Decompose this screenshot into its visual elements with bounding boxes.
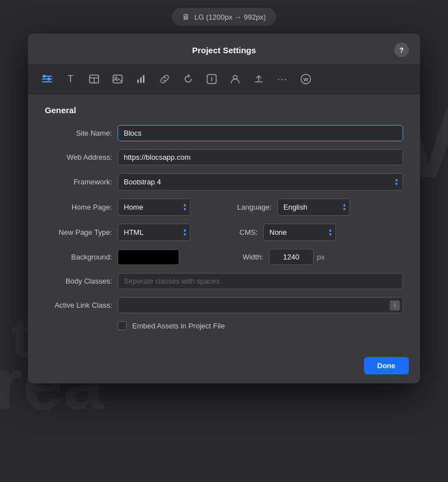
settings-toolbar: T <box>28 64 420 94</box>
modal-body: General Site Name: Web Address: Framewor… <box>28 94 420 355</box>
site-name-input[interactable] <box>118 125 403 141</box>
background-label: Background: <box>45 253 112 261</box>
background-color-picker[interactable] <box>118 249 179 265</box>
svg-rect-8 <box>113 75 122 83</box>
device-selector[interactable]: 🖥 LG (1200px → 992px) <box>172 8 276 26</box>
toolbar-upload-btn[interactable] <box>249 69 269 89</box>
embed-assets-row: Embed Assets in Project File <box>45 321 403 330</box>
svg-text:i: i <box>211 76 212 82</box>
toolbar-refresh-btn[interactable] <box>178 69 198 89</box>
toolbar-settings-btn[interactable] <box>37 69 57 89</box>
framework-row: Framework: Bootstrap 4 Bootstrap 3 ▲ ▼ <box>45 173 403 191</box>
device-label: LG (1200px → 992px) <box>194 13 266 21</box>
wordpress-icon: W <box>300 73 311 85</box>
toolbar-info-btn[interactable]: i <box>202 69 222 89</box>
done-button[interactable]: Done <box>364 357 409 374</box>
cms-label: CMS: <box>227 228 258 237</box>
active-link-class-input[interactable] <box>118 297 403 313</box>
site-name-row: Site Name: <box>45 125 403 141</box>
svg-rect-1 <box>42 78 52 80</box>
active-link-info-button[interactable]: i <box>390 300 400 310</box>
svg-rect-10 <box>137 80 139 83</box>
toolbar-user-btn[interactable] <box>225 69 245 89</box>
home-page-label: Home Page: <box>45 203 112 211</box>
info-icon-small: i <box>394 302 395 308</box>
site-name-label: Site Name: <box>45 129 112 137</box>
new-page-type-select-wrapper: HTML PHP ASP ▲ ▼ <box>118 224 190 241</box>
language-select-wrapper: English French German Spanish ▲ ▼ <box>277 198 350 216</box>
top-bar: 🖥 LG (1200px → 992px) <box>0 0 448 34</box>
body-classes-input[interactable] <box>118 273 403 289</box>
framework-select[interactable]: Bootstrap 4 Bootstrap 3 <box>118 173 403 191</box>
project-settings-modal: Project Settings ? T <box>28 34 420 383</box>
web-address-input[interactable] <box>118 149 403 165</box>
width-label: Width: <box>227 253 263 261</box>
web-address-row: Web Address: <box>45 149 403 165</box>
settings-icon <box>42 74 52 84</box>
image-icon <box>113 74 123 84</box>
new-page-type-select[interactable]: HTML PHP ASP <box>118 224 190 241</box>
px-label: px <box>317 253 325 261</box>
toolbar-link-btn[interactable] <box>155 69 175 89</box>
home-page-select[interactable]: Home About Contact <box>118 198 190 216</box>
framework-label: Framework: <box>45 178 112 186</box>
svg-rect-3 <box>43 75 45 78</box>
svg-text:W: W <box>304 77 309 82</box>
help-button[interactable]: ? <box>394 43 409 57</box>
svg-point-9 <box>115 77 117 79</box>
homepage-language-row: Home Page: Home About Contact ▲ ▼ Langua… <box>45 198 403 216</box>
modal-title: Project Settings <box>54 45 394 55</box>
new-page-type-label: New Page Type: <box>45 228 112 237</box>
active-link-input-wrapper: i <box>118 297 403 313</box>
home-page-select-wrapper: Home About Contact ▲ ▼ <box>118 198 190 216</box>
svg-rect-2 <box>42 81 52 82</box>
web-address-label: Web Address: <box>45 153 112 161</box>
pagetype-cms-row: New Page Type: HTML PHP ASP ▲ ▼ CMS: <box>45 224 403 241</box>
language-label: Language: <box>227 203 272 211</box>
link-icon <box>160 74 170 84</box>
monitor-icon: 🖥 <box>182 12 190 21</box>
svg-rect-4 <box>48 77 50 81</box>
framework-select-wrapper: Bootstrap 4 Bootstrap 3 ▲ ▼ <box>118 173 403 191</box>
embed-assets-checkbox[interactable] <box>118 321 127 330</box>
upload-icon <box>254 74 264 84</box>
text-icon: T <box>68 73 73 85</box>
cms-select[interactable]: None WordPress Ghost <box>263 224 336 241</box>
chart-icon <box>136 74 146 84</box>
toolbar-wp-btn[interactable]: W <box>296 69 316 89</box>
cms-select-wrapper: None WordPress Ghost ▲ ▼ <box>263 224 336 241</box>
toolbar-more-btn[interactable]: ··· <box>272 69 292 89</box>
layout-icon <box>89 74 99 84</box>
svg-rect-12 <box>143 75 144 83</box>
embed-assets-label: Embed Assets in Project File <box>132 322 225 330</box>
body-classes-label: Body Classes: <box>45 277 112 285</box>
body-classes-row: Body Classes: <box>45 273 403 289</box>
language-select[interactable]: English French German Spanish <box>277 198 350 216</box>
active-link-class-label: Active Link Class: <box>45 301 112 309</box>
svg-rect-11 <box>140 77 142 83</box>
toolbar-text-btn[interactable]: T <box>60 69 81 89</box>
width-input[interactable] <box>269 249 314 265</box>
toolbar-layout-btn[interactable] <box>84 69 104 89</box>
modal-header: Project Settings ? <box>28 34 420 64</box>
info-icon: i <box>207 74 217 84</box>
toolbar-image-btn[interactable] <box>108 69 128 89</box>
background-width-row: Background: Width: px <box>45 249 403 265</box>
general-section-title: General <box>45 105 403 115</box>
more-icon: ··· <box>277 73 287 85</box>
toolbar-chart-btn[interactable] <box>131 69 151 89</box>
refresh-icon <box>183 74 193 84</box>
active-link-class-row: Active Link Class: i <box>45 297 403 313</box>
user-icon <box>230 74 240 84</box>
modal-footer: Done <box>28 355 420 383</box>
